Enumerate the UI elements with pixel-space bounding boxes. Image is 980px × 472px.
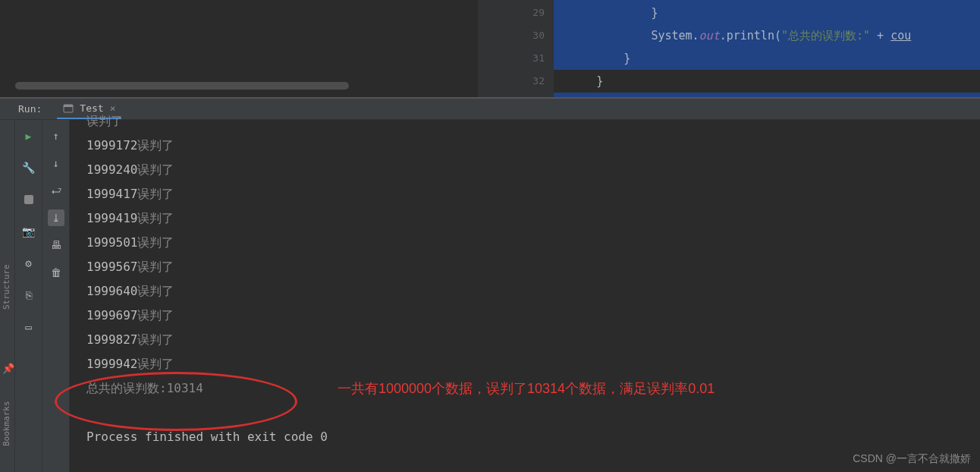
watermark: CSDN @一言不合就撒娇 <box>853 452 971 466</box>
console-line: 1999501误判了 <box>86 231 980 255</box>
camera-icon: 📷 <box>22 225 35 238</box>
scroll-down-button[interactable]: ↓ <box>48 155 64 171</box>
console-line: 1999640误判了 <box>86 279 980 304</box>
stop-button[interactable] <box>20 191 37 208</box>
gutter-line-31[interactable]: 31 ⊟ <box>478 47 554 70</box>
gear-icon: ⚙ <box>25 257 31 269</box>
exit-icon: ⎘ <box>26 289 32 301</box>
console-line: 1999942误判了 <box>86 352 980 376</box>
code-line: } <box>554 70 980 93</box>
print-button[interactable]: 🖶 <box>48 237 64 253</box>
run-label: Run: <box>18 103 42 115</box>
code-line: } <box>554 47 980 70</box>
console-exit-line: Process finished with exit code 0 <box>86 425 980 449</box>
arrow-up-icon: ↑ <box>52 130 58 142</box>
svg-rect-1 <box>64 105 73 107</box>
editor-gutter: 29 ⊟ 30 31 ⊟ 32 <box>478 0 554 97</box>
console-summary-line: 总共的误判数:10314 <box>86 376 980 401</box>
console-line: 1999567误判了 <box>86 255 980 279</box>
play-icon: ▶ <box>26 131 32 142</box>
console-line: 1999240误判了 <box>86 158 980 182</box>
gutter-line-30[interactable]: 30 <box>478 24 554 47</box>
wrench-button[interactable]: 🔧 <box>20 159 37 176</box>
console-line: 1999419误判了 <box>86 206 980 231</box>
soft-wrap-button[interactable]: ⮐ <box>48 182 64 199</box>
trash-icon: 🗑 <box>51 266 61 278</box>
settings-button[interactable]: ⚙ <box>20 255 37 272</box>
wrench-icon: 🔧 <box>22 162 35 174</box>
stop-icon <box>24 195 33 204</box>
pin-icon[interactable]: 📌 <box>2 363 14 374</box>
rerun-button[interactable]: ▶ <box>20 127 37 144</box>
run-toolbar-primary: ▶ 🔧 📷 ⚙ ⎘ ▭ <box>15 120 42 472</box>
console-line: 1999827误判了 <box>86 328 980 352</box>
arrow-down-icon: ↓ <box>52 157 58 169</box>
run-panel-body: Structure 📌 Bookmarks ▶ 🔧 📷 ⚙ ⎘ ▭ ↑ ↓ ⮐ … <box>0 120 980 472</box>
exit-button[interactable]: ⎘ <box>20 287 37 304</box>
clear-button[interactable]: 🗑 <box>48 264 64 281</box>
code-area[interactable]: } System.out.println("总共的误判数:" + cou } } <box>554 0 980 97</box>
print-icon: 🖶 <box>51 239 61 251</box>
editor-left-panel <box>0 0 478 97</box>
wrap-icon: ⮐ <box>51 184 61 197</box>
console-line: 误判了 <box>86 109 980 134</box>
scroll-up-button[interactable]: ↑ <box>48 127 64 144</box>
layout-icon: ▭ <box>25 321 31 333</box>
horizontal-scrollbar[interactable] <box>15 82 349 90</box>
console-line: 1999697误判了 <box>86 304 980 328</box>
editor-area: 29 ⊟ 30 31 ⊟ 32 } System.out.println("总共… <box>0 0 980 97</box>
code-line: System.out.println("总共的误判数:" + cou <box>554 24 980 47</box>
gutter-line-29[interactable]: 29 ⊟ <box>478 2 554 24</box>
structure-tool-label[interactable]: Structure <box>2 264 11 310</box>
editor-right-panel: 29 ⊟ 30 31 ⊟ 32 } System.out.println("总共… <box>478 0 980 97</box>
gutter-line-32[interactable]: 32 <box>478 70 554 93</box>
console-output[interactable]: 误判了 1999172误判了 1999240误判了 1999417误判了 199… <box>70 120 980 472</box>
run-toolbar-secondary: ↑ ↓ ⮐ ⤓ 🖶 🗑 <box>42 120 70 472</box>
bookmarks-tool-label[interactable]: Bookmarks <box>2 401 11 446</box>
scroll-end-icon: ⤓ <box>52 212 61 224</box>
console-line: 1999417误判了 <box>86 182 980 206</box>
layout-button[interactable]: ▭ <box>20 319 37 335</box>
dump-button[interactable]: 📷 <box>20 223 37 240</box>
scroll-to-end-button[interactable]: ⤓ <box>48 209 64 226</box>
code-line: } <box>554 2 980 24</box>
left-tool-strip: Structure 📌 Bookmarks <box>0 120 15 472</box>
console-line: 1999172误判了 <box>86 134 980 158</box>
run-config-icon <box>63 103 74 114</box>
